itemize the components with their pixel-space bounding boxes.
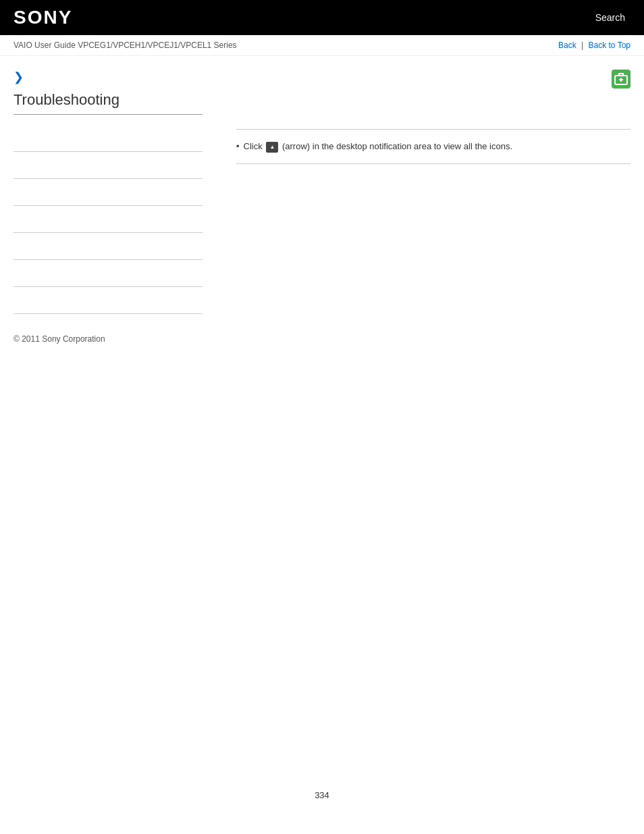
sidebar-item-4[interactable]: [14, 206, 203, 233]
sidebar-item-3[interactable]: [14, 179, 203, 206]
main-container: ❯ Troubleshooting © 2011 Sony Corporatio…: [0, 56, 644, 357]
sidebar-item-2[interactable]: [14, 152, 203, 179]
search-button[interactable]: Search: [590, 9, 630, 26]
back-to-top-link[interactable]: Back to Top: [589, 41, 630, 50]
sidebar-heading: Troubleshooting: [14, 91, 203, 115]
vaio-care-icon: [612, 70, 630, 88]
instruction-text: Click (arrow) in the desktop notificatio…: [244, 140, 513, 153]
sidebar-arrow-icon[interactable]: ❯: [14, 70, 203, 84]
sidebar-item-1[interactable]: [14, 125, 203, 152]
sidebar: ❯ Troubleshooting © 2011 Sony Corporatio…: [0, 63, 216, 350]
sidebar-item-7[interactable]: [14, 287, 203, 314]
instruction-section: • Click (arrow) in the desktop notificat…: [236, 129, 630, 153]
sidebar-item-6[interactable]: [14, 260, 203, 287]
nav-separator: |: [581, 41, 583, 50]
content-area: • Click (arrow) in the desktop notificat…: [216, 63, 644, 350]
page-number: 334: [0, 777, 644, 814]
sony-logo: SONY: [14, 7, 72, 28]
content-divider: [236, 163, 630, 164]
guide-title: VAIO User Guide VPCEG1/VPCEH1/VPCEJ1/VPC…: [14, 41, 237, 50]
breadcrumb-bar: VAIO User Guide VPCEG1/VPCEH1/VPCEJ1/VPC…: [0, 35, 644, 56]
nav-links: Back | Back to Top: [558, 41, 630, 50]
back-link[interactable]: Back: [558, 41, 576, 50]
sidebar-item-5[interactable]: [14, 233, 203, 260]
page-header: SONY Search: [0, 0, 644, 35]
content-icon-area: [236, 70, 630, 88]
bullet-point: •: [236, 140, 240, 153]
copyright-text: © 2011 Sony Corporation: [14, 334, 203, 344]
arrow-inline-icon: [266, 142, 278, 153]
instruction-item-1: • Click (arrow) in the desktop notificat…: [236, 140, 630, 153]
